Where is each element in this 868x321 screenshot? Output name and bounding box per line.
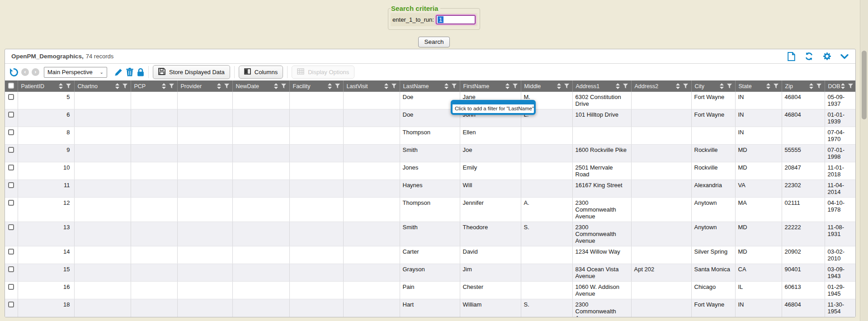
cell-middle[interactable] [521,246,572,264]
cell-pcp[interactable] [131,246,177,264]
filter-icon[interactable] [848,84,853,89]
cell-provider[interactable] [177,127,232,145]
filter-icon[interactable] [513,84,518,89]
row-checkbox[interactable] [8,284,14,290]
column-header-lastname[interactable]: LastName [400,80,460,92]
page-scrollbar[interactable] [860,0,868,321]
cell-facility[interactable] [289,198,343,222]
cell-newdate[interactable] [232,282,289,299]
cell-provider[interactable] [177,162,232,180]
cell-middle[interactable] [521,162,572,180]
select-all-checkbox[interactable] [8,83,14,89]
undo-icon[interactable] [9,68,19,76]
cell-address2[interactable] [631,246,691,264]
sort-icon[interactable] [505,83,509,89]
cell-firstname[interactable]: Jennifer [460,198,521,222]
row-checkbox[interactable] [8,249,14,255]
cell-address2[interactable] [631,109,691,127]
filter-icon[interactable] [66,84,71,89]
column-header-zip[interactable]: Zip [782,80,825,92]
cell-address1[interactable]: 1060 W. Addison Avenue [572,282,631,299]
cell-facility[interactable] [289,299,343,318]
cell-lastvisit[interactable] [343,92,400,109]
cell-firstname[interactable]: David [460,246,521,264]
cell-lastname[interactable]: Jones [400,162,460,180]
cell-state[interactable]: VA [735,180,782,198]
column-header-firstname[interactable]: FirstName [460,80,521,92]
cell-zip[interactable]: 22222 [782,222,825,246]
cell-address2[interactable] [631,198,691,222]
cell-firstname[interactable]: William [460,299,521,318]
cell-state[interactable]: CA [735,264,782,282]
cell-newdate[interactable] [232,246,289,264]
cell-lastvisit[interactable] [343,145,400,162]
sort-icon[interactable] [766,83,770,89]
cell-chartno[interactable] [74,145,131,162]
sort-icon[interactable] [720,83,724,89]
cell-address2[interactable] [631,299,691,318]
pencil-icon[interactable] [114,68,123,76]
cell-address1[interactable]: 834 Ocean Vista Avenue [572,264,631,282]
column-header-provider[interactable]: Provider [177,80,232,92]
filter-icon[interactable] [452,84,457,89]
cell-city[interactable]: Alexandria [691,180,735,198]
cell-patientid[interactable]: 9 [18,145,74,162]
cell-dob[interactable]: 04-10-1978 [825,198,855,222]
cell-city[interactable]: Chicago [691,282,735,299]
perspective-select[interactable]: Main Perspective ⌄ [44,67,107,78]
cell-state[interactable]: MD [735,222,782,246]
cell-city[interactable]: Anytown [691,222,735,246]
cell-facility[interactable] [289,246,343,264]
cell-zip[interactable]: 90401 [782,264,825,282]
cell-lastname[interactable]: Smith [400,222,460,246]
cell-chartno[interactable] [74,180,131,198]
cell-state[interactable]: MD [735,246,782,264]
cell-patientid[interactable]: 11 [18,180,74,198]
trash-icon[interactable] [126,68,133,76]
cell-facility[interactable] [289,145,343,162]
cell-city[interactable]: Santa Monica [691,264,735,282]
cell-newdate[interactable] [232,264,289,282]
sort-icon[interactable] [217,83,221,89]
next-perspective-icon[interactable]: › [32,68,39,76]
cell-lastname[interactable]: Smith [400,145,460,162]
cell-address1[interactable]: 6302 Constitution Drive [572,92,631,109]
filter-icon[interactable] [774,84,778,89]
cell-patientid[interactable]: 6 [18,109,74,127]
filter-icon[interactable] [392,84,396,89]
cell-lastvisit[interactable] [343,180,400,198]
cell-lastvisit[interactable] [343,282,400,299]
filter-icon[interactable] [281,84,286,89]
cell-patientid[interactable]: 5 [18,92,74,109]
cell-facility[interactable] [289,264,343,282]
cell-facility[interactable] [289,162,343,180]
cell-pcp[interactable] [131,299,177,318]
cell-state[interactable]: IL [735,282,782,299]
cell-chartno[interactable] [74,162,131,180]
filter-icon[interactable] [123,84,127,89]
cell-lastvisit[interactable] [343,162,400,180]
cell-provider[interactable] [177,299,232,318]
cell-middle[interactable]: S. [521,222,572,246]
column-header-dob[interactable]: DOB [825,80,855,92]
cell-state[interactable]: MD [735,162,782,180]
cell-address2[interactable] [631,127,691,145]
cell-zip[interactable]: 60613 [782,282,825,299]
cell-address1[interactable]: 16167 King Street [572,180,631,198]
cell-pcp[interactable] [131,127,177,145]
cell-chartno[interactable] [74,246,131,264]
cell-facility[interactable] [289,92,343,109]
column-header-state[interactable]: State [735,80,782,92]
cell-city[interactable]: Fort Wayne [691,92,735,109]
cell-state[interactable]: MD [735,145,782,162]
cell-city[interactable]: Rockville [691,145,735,162]
cell-firstname[interactable]: Joe [460,145,521,162]
cell-state[interactable]: IN [735,109,782,127]
cell-zip[interactable]: 20847 [782,162,825,180]
cell-city[interactable]: Silver Spring [691,246,735,264]
cell-firstname[interactable]: Theodore [460,222,521,246]
column-header-pcp[interactable]: PCP [131,80,177,92]
cell-facility[interactable] [289,180,343,198]
cell-dob[interactable]: 11-08-1931 [825,222,855,246]
filter-icon[interactable] [335,84,340,89]
